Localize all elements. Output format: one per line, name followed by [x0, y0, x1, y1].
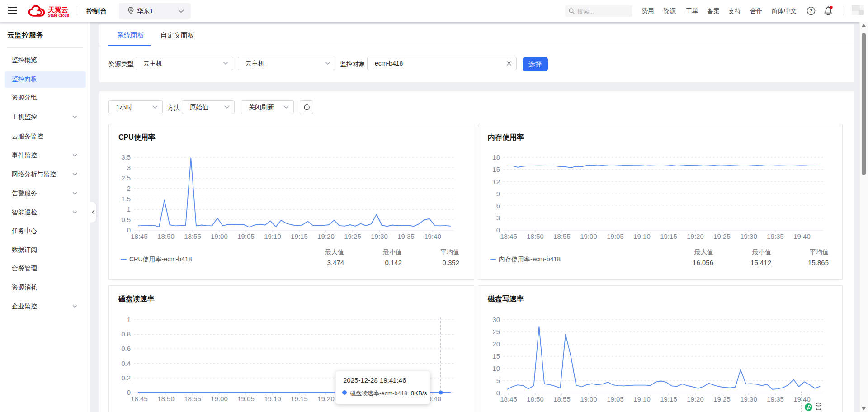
- svg-text:6: 6: [496, 202, 500, 209]
- svg-text:15: 15: [492, 352, 500, 360]
- svg-text:19:35: 19:35: [767, 232, 784, 240]
- svg-text:19:15: 19:15: [660, 232, 677, 240]
- svg-text:19:10: 19:10: [264, 232, 281, 240]
- svg-text:19:40: 19:40: [424, 232, 441, 240]
- svg-text:15: 15: [492, 166, 500, 173]
- svg-text:18:50: 18:50: [157, 232, 175, 240]
- svg-text:3.5: 3.5: [121, 153, 131, 161]
- svg-text:1.5: 1.5: [121, 195, 131, 203]
- svg-text:25: 25: [492, 328, 500, 336]
- svg-text:18:45: 18:45: [131, 232, 148, 240]
- svg-text:19:30: 19:30: [740, 232, 757, 240]
- svg-text:19:25: 19:25: [713, 232, 731, 240]
- svg-text:19:15: 19:15: [660, 395, 677, 403]
- svg-text:0.5: 0.5: [121, 216, 131, 223]
- svg-text:10: 10: [492, 365, 500, 372]
- svg-text:12: 12: [492, 178, 500, 185]
- svg-text:19:05: 19:05: [607, 232, 624, 240]
- svg-text:0.4: 0.4: [121, 360, 131, 367]
- svg-text:18:50: 18:50: [527, 232, 544, 240]
- svg-text:18:45: 18:45: [500, 232, 517, 240]
- svg-text:19:00: 19:00: [211, 395, 228, 403]
- svg-text:3: 3: [127, 164, 131, 171]
- svg-text:19:20: 19:20: [687, 232, 704, 240]
- svg-text:19:10: 19:10: [264, 395, 281, 403]
- svg-text:2.5: 2.5: [121, 174, 131, 182]
- svg-text:18:50: 18:50: [157, 395, 175, 403]
- svg-text:19:40: 19:40: [793, 232, 811, 240]
- svg-text:1: 1: [127, 205, 131, 213]
- svg-text:?: ?: [809, 8, 812, 14]
- svg-text:2: 2: [127, 185, 131, 192]
- svg-text:19:35: 19:35: [397, 232, 415, 240]
- svg-text:19:35: 19:35: [767, 395, 784, 403]
- svg-text:19:05: 19:05: [237, 395, 255, 403]
- svg-text:18:55: 18:55: [184, 395, 201, 403]
- svg-text:19:00: 19:00: [580, 232, 597, 240]
- svg-text:18:50: 18:50: [527, 395, 544, 403]
- svg-text:19:15: 19:15: [291, 395, 308, 403]
- svg-text:18:45: 18:45: [131, 395, 148, 403]
- svg-text:19:10: 19:10: [633, 232, 651, 240]
- svg-text:19:05: 19:05: [607, 395, 624, 403]
- svg-text:30: 30: [492, 316, 500, 323]
- svg-text:20: 20: [492, 340, 500, 348]
- svg-text:19:25: 19:25: [344, 232, 361, 240]
- svg-text:19:30: 19:30: [371, 232, 388, 240]
- svg-text:0: 0: [127, 226, 131, 234]
- svg-text:19:15: 19:15: [291, 232, 308, 240]
- svg-text:18:55: 18:55: [553, 395, 571, 403]
- svg-text:9: 9: [496, 190, 500, 198]
- svg-text:3: 3: [496, 214, 500, 222]
- svg-text:18:55: 18:55: [553, 232, 571, 240]
- svg-text:18:45: 18:45: [500, 395, 517, 403]
- svg-text:0: 0: [496, 389, 500, 397]
- svg-text:19:20: 19:20: [317, 232, 335, 240]
- svg-text:19:25: 19:25: [713, 395, 731, 403]
- svg-text:19:10: 19:10: [633, 395, 651, 403]
- svg-text:18:55: 18:55: [184, 232, 201, 240]
- svg-text:19:00: 19:00: [211, 232, 228, 240]
- svg-text:18: 18: [492, 153, 500, 161]
- svg-text:5: 5: [496, 377, 500, 384]
- svg-text:0: 0: [496, 226, 500, 234]
- svg-text:1: 1: [127, 316, 131, 323]
- svg-text:19:20: 19:20: [687, 395, 704, 403]
- svg-text:19:20: 19:20: [317, 395, 335, 403]
- svg-text:19:00: 19:00: [580, 395, 597, 403]
- svg-text:19:30: 19:30: [740, 395, 757, 403]
- svg-text:0.6: 0.6: [121, 345, 131, 352]
- svg-text:0.8: 0.8: [121, 330, 131, 338]
- svg-text:0.2: 0.2: [121, 374, 131, 382]
- svg-text:0: 0: [127, 388, 131, 396]
- svg-text:19:05: 19:05: [237, 232, 255, 240]
